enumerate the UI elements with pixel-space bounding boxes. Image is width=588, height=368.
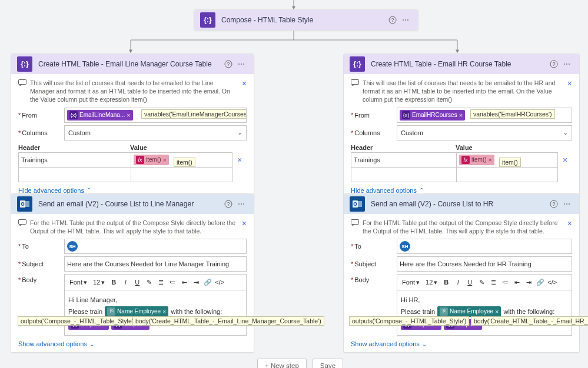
rte-body[interactable]: Hi HR, Please train ⎘ Name Employee × wi… bbox=[397, 290, 572, 335]
variable-token[interactable]: {x} EmailLineMana... × bbox=[67, 110, 133, 121]
remove-token-icon[interactable]: × bbox=[436, 320, 439, 330]
remove-token-icon[interactable]: × bbox=[459, 112, 463, 119]
lm-email-header[interactable]: Send an email (V2) - Course List to Line… bbox=[11, 194, 254, 214]
compose-header[interactable]: {:} Compose - HTML Table Style ? ⋯ bbox=[194, 10, 418, 30]
code-view-button[interactable]: </> bbox=[214, 277, 225, 287]
italic-button[interactable]: I bbox=[120, 277, 131, 287]
indent-button[interactable]: ⇥ bbox=[191, 277, 201, 287]
to-input[interactable]: SH bbox=[397, 239, 572, 254]
to-input[interactable]: SH bbox=[64, 239, 247, 254]
code-view-button[interactable]: </> bbox=[547, 277, 557, 287]
remove-token-icon[interactable]: × bbox=[103, 320, 107, 330]
help-icon[interactable]: ? bbox=[547, 58, 560, 71]
help-icon[interactable]: ? bbox=[386, 14, 399, 26]
table-row: Trainings fx item() × item() × bbox=[18, 152, 247, 168]
clear-format-button[interactable]: ✎ bbox=[476, 277, 487, 287]
output-token[interactable]: {:} Output × bbox=[444, 319, 481, 330]
size-select[interactable]: 12 ▾ bbox=[91, 276, 107, 288]
hr-table-header[interactable]: {:} Create HTML Table - Email HR Course … bbox=[344, 54, 579, 74]
subject-input[interactable]: Here are the Courses Needed for Line Man… bbox=[64, 256, 247, 272]
underline-button[interactable]: U bbox=[132, 277, 142, 287]
link-button[interactable]: 🔗 bbox=[535, 277, 546, 287]
from-input[interactable]: {x} EmailLineMana... × variables('EmailL… bbox=[64, 108, 247, 123]
hr-email-header[interactable]: Send an email (V2) - Course List to HR ?… bbox=[344, 194, 579, 214]
data-operation-icon: {:} bbox=[17, 56, 32, 72]
font-select[interactable]: Font ▾ bbox=[67, 276, 89, 288]
size-select[interactable]: 12 ▾ bbox=[423, 276, 440, 288]
help-icon[interactable]: ? bbox=[222, 198, 235, 210]
value-cell[interactable] bbox=[456, 167, 558, 182]
bullets-button[interactable]: ≣ bbox=[488, 277, 499, 287]
rte-body[interactable]: Hi Line Manager, Please train ⎘ Name Emp… bbox=[65, 290, 246, 335]
header-cell[interactable] bbox=[18, 167, 131, 182]
variable-token[interactable]: {x} EmailHRCourses × bbox=[400, 110, 465, 121]
header-cell[interactable]: Trainings bbox=[18, 152, 131, 168]
remove-token-icon[interactable]: × bbox=[163, 156, 167, 163]
hide-advanced-link[interactable]: Hide advanced options ⌃ bbox=[18, 187, 247, 194]
clear-format-button[interactable]: ✎ bbox=[144, 277, 154, 287]
new-step-button[interactable]: + New step bbox=[257, 359, 307, 368]
close-icon[interactable]: × bbox=[242, 79, 247, 88]
recipient-badge[interactable]: SH bbox=[400, 241, 410, 252]
chevron-down-icon: ▾ bbox=[416, 279, 420, 286]
help-icon[interactable]: ? bbox=[547, 198, 560, 210]
more-menu-icon[interactable]: ⋯ bbox=[560, 198, 573, 210]
body-text: Hi HR, bbox=[401, 295, 420, 305]
value-column-label: Value bbox=[456, 143, 572, 152]
italic-button[interactable]: I bbox=[453, 277, 463, 287]
indent-button[interactable]: ⇥ bbox=[523, 277, 534, 287]
columns-dropdown[interactable]: Custom ⌄ bbox=[397, 125, 572, 140]
expression-token[interactable]: fx item() × bbox=[459, 155, 494, 165]
show-advanced-link[interactable]: Show advanced options ⌄ bbox=[351, 340, 572, 347]
close-icon[interactable]: × bbox=[567, 219, 572, 228]
outdent-button[interactable]: ⇤ bbox=[511, 277, 522, 287]
hr-table-title: Create HTML Table - Email HR Course Tabl… bbox=[371, 60, 547, 68]
more-menu-icon[interactable]: ⋯ bbox=[235, 198, 248, 210]
compose-card[interactable]: {:} Compose - HTML Table Style ? ⋯ bbox=[194, 9, 418, 31]
dynamic-token[interactable]: ⎘ Name Employee × bbox=[437, 306, 501, 317]
link-button[interactable]: 🔗 bbox=[202, 277, 213, 287]
more-menu-icon[interactable]: ⋯ bbox=[560, 58, 573, 71]
close-icon[interactable]: × bbox=[567, 79, 572, 88]
remove-token-icon[interactable]: × bbox=[127, 112, 130, 119]
lm-table-header[interactable]: {:} Create HTML Table - Email Line Manag… bbox=[11, 54, 254, 74]
remove-token-icon[interactable]: × bbox=[162, 307, 166, 317]
more-menu-icon[interactable]: ⋯ bbox=[399, 14, 412, 26]
output-token[interactable]: {:} Output × bbox=[111, 319, 149, 330]
header-cell[interactable]: Trainings bbox=[351, 152, 457, 168]
to-label: To bbox=[351, 243, 397, 250]
delete-row-icon[interactable]: × bbox=[558, 155, 572, 165]
dynamic-token[interactable]: ⎘ Name Employee × bbox=[105, 306, 168, 317]
hide-advanced-link[interactable]: Hide advanced options ⌃ bbox=[351, 187, 572, 194]
outdent-button[interactable]: ⇤ bbox=[179, 277, 190, 287]
remove-token-icon[interactable]: × bbox=[495, 307, 499, 317]
value-cell[interactable]: fx item() × item() bbox=[456, 152, 558, 168]
numbering-button[interactable]: ≔ bbox=[167, 277, 178, 287]
columns-dropdown[interactable]: Custom ⌄ bbox=[64, 125, 247, 140]
recipient-badge[interactable]: SH bbox=[67, 241, 78, 252]
font-select[interactable]: Font ▾ bbox=[400, 276, 422, 288]
close-icon[interactable]: × bbox=[242, 219, 247, 228]
underline-button[interactable]: U bbox=[464, 277, 475, 287]
help-icon[interactable]: ? bbox=[222, 58, 235, 71]
remove-token-icon[interactable]: × bbox=[144, 320, 147, 330]
subject-input[interactable]: Here are the Courses Needed for HR Train… bbox=[397, 256, 572, 272]
bold-button[interactable]: B bbox=[441, 277, 451, 287]
from-input[interactable]: {x} EmailHRCourses × variables('EmailHRC… bbox=[397, 108, 572, 123]
numbering-button[interactable]: ≔ bbox=[500, 277, 510, 287]
remove-token-icon[interactable]: × bbox=[476, 320, 480, 330]
bullets-button[interactable]: ≣ bbox=[155, 277, 166, 287]
value-cell[interactable] bbox=[131, 167, 232, 182]
value-cell[interactable]: fx item() × item() bbox=[131, 152, 232, 168]
remove-token-icon[interactable]: × bbox=[489, 156, 492, 163]
save-button[interactable]: Save bbox=[313, 359, 343, 368]
show-advanced-link[interactable]: Show advanced options ⌄ bbox=[18, 340, 247, 347]
more-menu-icon[interactable]: ⋯ bbox=[235, 58, 248, 71]
delete-row-icon[interactable]: × bbox=[232, 155, 247, 165]
outputs-token[interactable]: {:} Outputs × bbox=[401, 319, 441, 330]
bold-button[interactable]: B bbox=[108, 277, 119, 287]
expression-token[interactable]: fx item() × bbox=[134, 155, 169, 165]
comment-icon bbox=[18, 79, 26, 88]
outputs-token[interactable]: {:} Outputs × bbox=[68, 319, 109, 330]
header-cell[interactable] bbox=[351, 167, 457, 182]
